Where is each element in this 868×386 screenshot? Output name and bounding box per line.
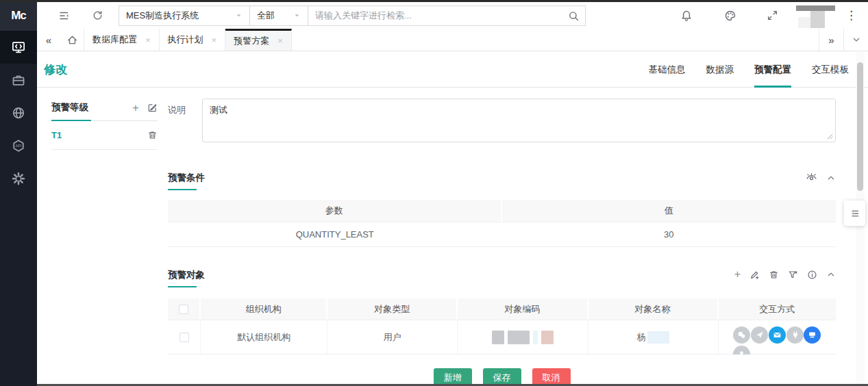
edit-level-icon[interactable] — [147, 103, 158, 113]
org-cell: 默认组织机构 — [201, 320, 327, 354]
chevron-down-icon — [235, 12, 243, 19]
workspace-tab-database-config[interactable]: 数据库配置 × — [84, 29, 160, 51]
add-object-icon[interactable]: + — [734, 269, 741, 280]
name-cell: 杨 — [588, 320, 719, 354]
sidebar-item-workbench[interactable] — [0, 64, 37, 96]
tabs-scroll-left-icon[interactable]: « — [37, 29, 60, 51]
interaction-icons — [732, 320, 822, 355]
wechat-icon[interactable] — [733, 326, 750, 344]
condition-table: 参数 值 QUANTITY_LEAST 30 — [168, 200, 836, 247]
user-avatar-redacted[interactable] — [796, 3, 836, 28]
panel-fold-icon — [850, 208, 860, 219]
briefcase-icon — [12, 73, 25, 87]
scrollbar-thumb[interactable] — [857, 62, 863, 191]
warning-object-section: 预警对象 + — [168, 269, 836, 355]
bell-icon[interactable] — [680, 10, 693, 22]
cancel-button[interactable]: 取消 — [532, 368, 571, 384]
close-icon[interactable]: × — [277, 36, 283, 46]
body-grid: 预警等级 + T1 说明 测试 — [37, 88, 868, 384]
app-select[interactable]: MES制造执行系统 — [119, 5, 250, 26]
app-select-value: MES制造执行系统 — [126, 10, 199, 22]
page-head: 修改 基础信息 数据源 预警配置 交互模板 — [37, 52, 868, 88]
person-icon[interactable] — [733, 346, 750, 355]
table-row[interactable]: 默认组织机构 用户 杨 — [168, 320, 836, 355]
description-row: 说明 测试 — [168, 99, 836, 144]
level-item-t1[interactable]: T1 — [51, 121, 158, 150]
search-icon[interactable] — [568, 10, 580, 22]
tabs-scroll-right-icon[interactable]: » — [819, 29, 843, 51]
tab-basic-info[interactable]: 基础信息 — [649, 52, 686, 87]
fullscreen-icon[interactable] — [767, 10, 778, 21]
close-icon[interactable]: × — [145, 35, 151, 45]
redacted-code — [492, 331, 554, 344]
column-header: 对象编码 — [458, 298, 588, 320]
tab-interaction-template[interactable]: 交互模板 — [812, 52, 849, 87]
page-title: 修改 — [44, 62, 67, 77]
redacted-block — [798, 17, 810, 28]
row-select-cell — [168, 320, 201, 354]
info-icon[interactable] — [807, 270, 817, 280]
trash-icon[interactable] — [147, 130, 158, 140]
delete-object-icon[interactable] — [769, 270, 779, 280]
tabs-dropdown-icon[interactable] — [843, 29, 868, 51]
tabbar-right-controls: » — [819, 29, 868, 51]
warning-level-title: 预警等级 — [51, 101, 88, 114]
scope-select[interactable]: 全部 — [249, 5, 308, 26]
redacted-name — [647, 331, 669, 344]
system-message-icon[interactable] — [804, 326, 821, 344]
interaction-cell — [719, 320, 836, 354]
theme-palette-icon[interactable] — [724, 10, 736, 22]
tab-warning-config[interactable]: 预警配置 — [754, 52, 791, 87]
condition-header: 预警条件 — [168, 172, 836, 190]
warning-level-panel: 预警等级 + T1 — [37, 88, 168, 384]
select-all-cell — [168, 298, 201, 320]
sms-plane-icon[interactable] — [751, 326, 768, 344]
save-button[interactable]: 保存 — [483, 368, 521, 384]
app-sidebar: Mc API — [0, 0, 37, 386]
add-button[interactable]: 新增 — [434, 368, 472, 384]
tab-label: 预警方案 — [234, 35, 269, 47]
app-logo: Mc — [0, 0, 37, 31]
tab-data-source[interactable]: 数据源 — [706, 52, 734, 87]
object-table-header: 组织机构 对象类型 对象编码 对象名称 交互方式 — [168, 298, 836, 320]
sidebar-item-globe[interactable] — [0, 96, 37, 129]
home-icon[interactable] — [60, 29, 84, 51]
redacted-bar — [796, 5, 835, 11]
collapse-up-icon[interactable] — [826, 173, 836, 183]
description-textarea[interactable]: 测试 — [202, 99, 836, 142]
eye-icon[interactable] — [806, 172, 817, 183]
search-box — [308, 5, 586, 26]
expand-panel-button[interactable] — [844, 201, 865, 226]
monitor-code-icon — [12, 40, 25, 54]
column-header: 对象类型 — [327, 298, 458, 320]
gear-icon — [12, 172, 25, 185]
workspace-tab-warning-plan[interactable]: 预警方案 × — [225, 29, 292, 51]
globe-icon — [12, 106, 25, 120]
condition-actions — [806, 172, 836, 183]
sidebar-item-settings[interactable] — [0, 162, 37, 195]
close-icon[interactable]: × — [212, 35, 217, 45]
search-input[interactable] — [308, 6, 585, 25]
svg-text:API: API — [16, 144, 22, 148]
edit-object-icon[interactable] — [749, 270, 760, 280]
warning-condition-section: 预警条件 参数 值 — [168, 172, 836, 247]
workspace-tab-execution-plan[interactable]: 执行计划 × — [160, 29, 226, 51]
collapse-up-icon[interactable] — [826, 270, 836, 279]
plug-icon[interactable] — [786, 326, 804, 344]
add-level-icon[interactable]: + — [132, 102, 139, 114]
param-cell: QUANTITY_LEAST — [168, 222, 502, 246]
menu-fold-icon[interactable] — [58, 10, 70, 22]
column-header: 值 — [502, 200, 836, 222]
filter-clear-icon[interactable] — [788, 270, 798, 280]
refresh-icon[interactable] — [92, 10, 103, 21]
select-all-checkbox[interactable] — [179, 305, 188, 314]
row-checkbox[interactable] — [179, 333, 189, 342]
column-header: 对象名称 — [588, 298, 719, 320]
level-label: T1 — [51, 130, 62, 140]
object-title: 预警对象 — [168, 269, 205, 281]
sidebar-item-api[interactable]: API — [0, 129, 37, 162]
more-menu-icon[interactable]: ⋮ — [845, 10, 857, 21]
email-icon[interactable] — [769, 326, 786, 344]
table-row[interactable]: QUANTITY_LEAST 30 — [168, 222, 836, 247]
sidebar-item-dev-platform[interactable] — [0, 31, 37, 64]
